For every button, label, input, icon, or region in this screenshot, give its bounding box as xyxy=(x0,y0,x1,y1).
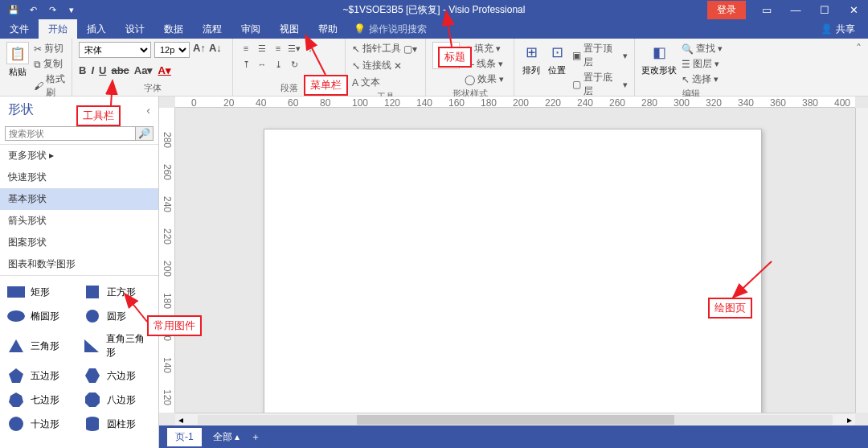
align-icon: ⊞ xyxy=(521,42,542,63)
tab-insert[interactable]: 插入 xyxy=(77,19,116,39)
shape-cylinder[interactable]: 圆柱形 xyxy=(81,414,154,434)
bullets-button[interactable]: ☰▾ xyxy=(288,42,301,55)
align-right-button[interactable]: ≡ xyxy=(272,42,285,55)
tab-home[interactable]: 开始 xyxy=(39,19,77,39)
search-shapes-button[interactable]: 🔎 xyxy=(136,126,154,141)
shape-octagon[interactable]: 八边形 xyxy=(81,390,154,409)
horizontal-scrollbar[interactable]: ◂▸ xyxy=(175,413,855,425)
shape-circle[interactable]: 圆形 xyxy=(81,306,154,326)
cat-more-shapes[interactable]: 更多形状 ▸ xyxy=(0,145,158,166)
shape-decagon[interactable]: 十边形 xyxy=(5,414,78,434)
rotate-text-button[interactable]: ↻ xyxy=(288,58,301,71)
search-icon: 🔍 xyxy=(682,43,694,55)
bring-front-button[interactable]: ▣置于顶层▾ xyxy=(572,42,628,69)
cat-pattern-shapes[interactable]: 图案形状 xyxy=(0,232,158,253)
search-shapes-input[interactable] xyxy=(5,126,136,141)
case-button[interactable]: Aa▾ xyxy=(134,64,154,76)
format-painter-button[interactable]: 🖌格式刷 xyxy=(34,72,65,100)
font-color-button[interactable]: A▾ xyxy=(158,64,170,76)
tab-data[interactable]: 数据 xyxy=(154,19,193,39)
layer-icon: ☰ xyxy=(682,59,690,70)
cut-button[interactable]: ✂剪切 xyxy=(34,42,65,55)
shape-square[interactable]: 正方形 xyxy=(81,282,154,302)
cat-arrow-shapes[interactable]: 箭头形状 xyxy=(0,210,158,232)
change-shape-icon: ◧ xyxy=(649,42,669,63)
shape-triangle[interactable]: 三角形 xyxy=(5,331,78,361)
shape-categories: 更多形状 ▸ 快速形状 基本形状 箭头形状 图案形状 图表和数学图形 xyxy=(0,145,158,276)
shape-right-triangle[interactable]: 直角三角形 xyxy=(81,331,154,361)
title-bar: 💾 ↶ ↷ ▾ ~$1VSOE3B5 [已恢复] - Visio Profess… xyxy=(0,0,868,19)
undo-icon[interactable]: ↶ xyxy=(26,2,40,17)
italic-button[interactable]: I xyxy=(91,64,94,76)
page-tab[interactable]: 页-1 xyxy=(167,428,202,446)
style-swatch[interactable] xyxy=(432,42,460,69)
shape-pentagon[interactable]: 五边形 xyxy=(5,366,78,385)
line-spacing-button[interactable]: ↕ xyxy=(304,42,317,55)
valign-bot-button[interactable]: ⤓ xyxy=(272,58,285,71)
all-pages-button[interactable]: 全部 ▴ xyxy=(213,430,240,444)
align-center-button[interactable]: ☰ xyxy=(256,42,268,55)
paste-button[interactable]: 📋 粘贴 xyxy=(6,42,29,78)
tab-review[interactable]: 审阅 xyxy=(231,19,270,39)
tell-me-search[interactable]: 💡 操作说明搜索 xyxy=(347,23,427,36)
effect-button[interactable]: ◯效果▾ xyxy=(465,72,504,86)
line-button[interactable]: —线条▾ xyxy=(465,57,504,71)
cat-quick-shapes[interactable]: 快速形状 xyxy=(0,166,158,188)
tab-help[interactable]: 帮助 xyxy=(309,19,347,39)
valign-top-button[interactable]: ⤒ xyxy=(240,58,252,71)
font-name-select[interactable]: 宋体 xyxy=(79,42,151,58)
ribbon-options-icon[interactable]: ▭ xyxy=(752,0,781,19)
layer-button[interactable]: ☰图层▾ xyxy=(682,57,723,71)
strike-button[interactable]: abc xyxy=(111,64,129,76)
tab-design[interactable]: 设计 xyxy=(116,19,154,39)
redo-icon[interactable]: ↷ xyxy=(45,2,59,17)
shape-style-gallery[interactable] xyxy=(432,42,460,69)
underline-button[interactable]: U xyxy=(99,64,106,76)
qat-dropdown-icon[interactable]: ▾ xyxy=(64,2,79,17)
font-size-select[interactable]: 12pt xyxy=(154,42,190,58)
share-button[interactable]: 👤 共享 xyxy=(821,23,868,36)
window-title: ~$1VSOE3B5 [已恢复] - Visio Professional xyxy=(343,3,526,17)
text-tool-button[interactable]: A文本 xyxy=(352,76,380,89)
connector-tool-button[interactable]: ⤡连接线✕ xyxy=(352,59,402,72)
select-button[interactable]: ↖选择▾ xyxy=(682,72,723,86)
fill-button[interactable]: ◆填充▾ xyxy=(465,42,504,55)
pointer-tool-button[interactable]: ↖指针工具▢▾ xyxy=(352,42,417,55)
close-icon[interactable]: ✕ xyxy=(839,0,868,19)
maximize-icon[interactable]: ☐ xyxy=(810,0,839,19)
find-button[interactable]: 🔍查找▾ xyxy=(682,42,723,55)
add-page-button[interactable]: ＋ xyxy=(251,430,260,444)
group-font-label: 字体 xyxy=(79,82,226,94)
tab-view[interactable]: 视图 xyxy=(270,19,309,39)
bold-button[interactable]: B xyxy=(79,64,86,76)
align-button[interactable]: ⊞排列 xyxy=(521,42,542,76)
canvas-area: 0204060801001201401601802002202402602803… xyxy=(159,97,868,425)
position-button[interactable]: ⊡位置 xyxy=(547,42,567,76)
collapse-ribbon-icon[interactable]: ˄ xyxy=(850,39,868,96)
collapse-panel-icon[interactable]: ‹ xyxy=(146,104,150,117)
shape-ellipse[interactable]: 椭圆形 xyxy=(5,306,78,326)
copy-button[interactable]: ⧉复制 xyxy=(34,57,65,71)
cat-basic-shapes[interactable]: 基本形状 xyxy=(0,188,158,210)
increase-font-button[interactable]: A↑ xyxy=(193,42,206,58)
tab-file[interactable]: 文件 xyxy=(0,19,39,39)
align-left-button[interactable]: ≡ xyxy=(240,42,252,55)
ribbon: 📋 粘贴 ✂剪切 ⧉复制 🖌格式刷 剪贴板 宋体 12pt A↑ A↓ B I … xyxy=(0,39,868,97)
shape-rectangle[interactable]: 矩形 xyxy=(5,282,78,302)
brush-icon: 🖌 xyxy=(34,80,43,92)
svg-marker-8 xyxy=(9,393,23,407)
login-button[interactable]: 登录 xyxy=(707,1,746,19)
decrease-font-button[interactable]: A↓ xyxy=(209,42,222,58)
change-shape-button[interactable]: ◧更改形状 xyxy=(641,42,677,76)
save-icon[interactable]: 💾 xyxy=(6,2,21,17)
shape-hexagon[interactable]: 六边形 xyxy=(81,366,154,385)
valign-mid-button[interactable]: ↔ xyxy=(256,58,268,71)
drawing-page[interactable] xyxy=(264,129,762,448)
minimize-icon[interactable]: — xyxy=(781,0,810,19)
shape-heptagon[interactable]: 七边形 xyxy=(5,390,78,409)
cat-chart-math[interactable]: 图表和数学图形 xyxy=(0,253,158,275)
vertical-scrollbar[interactable] xyxy=(855,108,868,413)
send-back-button[interactable]: ▢置于底层▾ xyxy=(572,71,628,98)
svg-marker-5 xyxy=(84,339,99,352)
tab-process[interactable]: 流程 xyxy=(193,19,231,39)
